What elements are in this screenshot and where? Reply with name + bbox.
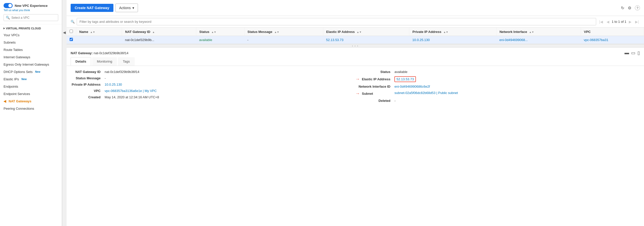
status-message-label: Status Message (72, 76, 100, 80)
next-page-button[interactable]: ▶ (628, 19, 633, 24)
sidebar-item-label: Endpoint Services (4, 92, 30, 96)
col-name[interactable]: Name ▲▼ (76, 28, 122, 36)
row-vpc: vpc-068357ba31 (581, 36, 644, 44)
sidebar-item-subnets[interactable]: Subnets (0, 39, 62, 46)
filter-search-icon: 🔍 (71, 20, 75, 24)
col-private-ip-label: Private IP Address (412, 30, 441, 34)
row-nat-gateway-id: nat-0c1def329b9b... (122, 36, 196, 44)
filter-input[interactable] (77, 18, 596, 25)
sort-icon-private-ip: ▲▼ (443, 31, 448, 33)
resize-handle[interactable]: • • • (67, 44, 644, 48)
col-status-label: Status (199, 30, 209, 34)
vpc-section-header: VIRTUAL PRIVATE CLOUD (0, 24, 62, 31)
row-checkbox[interactable] (70, 38, 73, 41)
sidebar-item-elastic-ips[interactable]: Elastic IPs New (0, 76, 62, 83)
private-ip-value[interactable]: 10.0.25.130 (105, 83, 355, 86)
sort-icon-status-msg: ▲▼ (274, 31, 279, 33)
split-view-icon[interactable]: ▬ (625, 50, 629, 56)
sidebar-item-nat-gateways[interactable]: ◀ NAT Gateways (0, 98, 62, 105)
col-name-label: Name (79, 30, 88, 34)
sidebar-item-peering-connections[interactable]: Peering Connections (0, 105, 62, 112)
col-elastic-ip-label: Elastic IP Address (326, 30, 355, 34)
sidebar-item-label: Peering Connections (4, 107, 34, 110)
elastic-ip-label: → Elastic IP Address (355, 76, 391, 82)
sidebar-item-label: Endpoints (4, 85, 18, 88)
sidebar-item-internet-gateways[interactable]: Internet Gateways (0, 53, 62, 61)
sidebar-item-label: Subnets (4, 41, 16, 44)
col-status-message[interactable]: Status Message ▲▼ (244, 28, 323, 36)
table-row[interactable]: nat-0c1def329b9b... available - 52.13.53… (67, 36, 644, 44)
nat-gateway-table: Name ▲▼ NAT Gateway ID ▲ Status ▲▼ Statu… (67, 28, 644, 44)
vpc-search-input[interactable] (11, 16, 56, 20)
actions-button[interactable]: Actions ▾ (115, 4, 138, 12)
vpc-label: VPC (72, 89, 100, 93)
detail-tabs: Details Monitoring Tags (67, 57, 644, 66)
sidebar-collapse-button[interactable]: ◀ (62, 0, 67, 226)
toolbar-right: ↻ ⚙ ? (621, 5, 640, 10)
col-status-msg-label: Status Message (248, 30, 272, 34)
sort-icon-elastic-ip: ▲▼ (357, 31, 362, 33)
vpc-search-box[interactable]: 🔍 (4, 14, 58, 21)
col-elastic-ip[interactable]: Elastic IP Address ▲▼ (323, 28, 409, 36)
new-vpc-label: New VPC Experience (15, 4, 48, 8)
created-value: May 14, 2020 at 12:34:16 AM UTC+8 (105, 95, 355, 99)
detail-left-fields: NAT Gateway ID nat-0c1def329b9b36f14 Sta… (72, 70, 355, 103)
col-vpc[interactable]: VPC (581, 28, 644, 36)
vpc-value[interactable]: vpc-068357ba3136a6e1e | My VPC (105, 89, 355, 93)
toggle-sub-link[interactable]: Tell us what you think (4, 9, 58, 12)
create-nat-gateway-button[interactable]: Create NAT Gateway (71, 4, 113, 12)
sidebar-item-egress-only[interactable]: Egress Only Internet Gateways (0, 61, 62, 68)
col-private-ip[interactable]: Private IP Address ▲▼ (409, 28, 496, 36)
col-status[interactable]: Status ▲▼ (196, 28, 244, 36)
sidebar-item-label: Route Tables (4, 48, 23, 52)
sidebar-item-label: Your VPCs (4, 33, 19, 37)
sidebar-item-label: Egress Only Internet Gateways (4, 63, 49, 66)
last-page-button[interactable]: ▶| (634, 19, 640, 24)
tab-details[interactable]: Details (71, 57, 91, 66)
side-view-icon[interactable]: ▯ (637, 50, 640, 56)
first-page-button[interactable]: |◀ (598, 19, 604, 24)
arrow-icon: ◀ (4, 99, 6, 103)
tab-monitoring[interactable]: Monitoring (92, 57, 117, 66)
sidebar-item-label: NAT Gateways (9, 99, 31, 103)
elastic-ip-arrow-icon: → (355, 77, 360, 82)
sidebar: New VPC Experience Tell us what you thin… (0, 0, 62, 226)
detail-content: NAT Gateway ID nat-0c1def329b9b36f14 Sta… (67, 66, 644, 107)
row-checkbox-cell[interactable] (67, 36, 76, 44)
select-all-checkbox[interactable] (70, 30, 73, 33)
detail-panel: NAT Gateway: nat-0c1def329b9b36f14 ▬ ▭ ▯… (67, 48, 644, 226)
dhcp-new-badge: New (35, 70, 41, 73)
row-status: available (196, 36, 244, 44)
tab-tags[interactable]: Tags (118, 57, 134, 66)
col-nat-gateway-id[interactable]: NAT Gateway ID ▲ (122, 28, 196, 36)
sidebar-item-route-tables[interactable]: Route Tables (0, 46, 62, 53)
row-private-ip: 10.0.25.130 (409, 36, 496, 44)
status-value: available (394, 70, 639, 74)
refresh-icon[interactable]: ↻ (621, 6, 624, 10)
elastic-ip-value-wrapper: 52.13.53.73 (394, 76, 639, 82)
col-network-interface[interactable]: Network Interface ▲▼ (496, 28, 581, 36)
bottom-view-icon[interactable]: ▭ (631, 50, 635, 56)
help-icon[interactable]: ? (635, 5, 640, 10)
select-all-header[interactable] (67, 28, 76, 36)
sidebar-item-dhcp-options[interactable]: DHCP Options Sets New (0, 68, 62, 76)
new-vpc-toggle[interactable] (4, 3, 13, 8)
sidebar-header: New VPC Experience Tell us what you thin… (0, 0, 62, 24)
detail-title: NAT Gateway: nat-0c1def329b9b36f14 (71, 51, 128, 55)
main-content: Create NAT Gateway Actions ▾ ↻ ⚙ ? 🔍 |◀ … (67, 0, 644, 226)
network-interface-id-value[interactable]: eni-0d4946990686c6e2f (394, 85, 639, 88)
private-ip-label: Private IP Address (72, 83, 100, 86)
sort-icon-status: ▲▼ (211, 31, 216, 33)
prev-page-button[interactable]: ◀ (606, 19, 610, 24)
subnet-value[interactable]: subnet-02a5f06dc82b68d53 | Public subnet (394, 91, 639, 96)
sidebar-item-your-vpcs[interactable]: Your VPCs (0, 31, 62, 39)
settings-icon[interactable]: ⚙ (628, 6, 631, 10)
deleted-value: - (394, 99, 639, 103)
vpc-section-title: VIRTUAL PRIVATE CLOUD (6, 27, 41, 30)
elastic-ip-value[interactable]: 52.13.53.73 (394, 76, 416, 82)
sidebar-item-endpoints[interactable]: Endpoints (0, 83, 62, 90)
sidebar-item-endpoint-services[interactable]: Endpoint Services (0, 90, 62, 98)
subnet-arrow-icon: → (355, 91, 360, 96)
new-vpc-toggle-row: New VPC Experience (4, 3, 58, 8)
sort-icon-name: ▲▼ (90, 31, 95, 33)
